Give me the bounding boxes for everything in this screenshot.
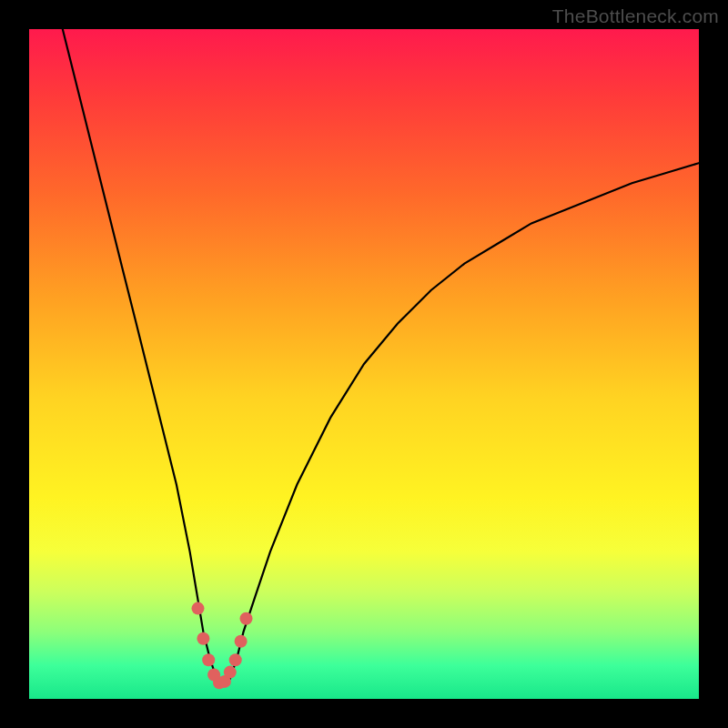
watermark-text: TheBottleneck.com bbox=[552, 5, 719, 27]
trough-dot bbox=[235, 635, 248, 648]
chart-frame: TheBottleneck.com bbox=[0, 0, 728, 728]
bottleneck-curve bbox=[63, 29, 699, 685]
trough-dot bbox=[197, 632, 209, 645]
trough-dot bbox=[240, 612, 253, 625]
trough-dot bbox=[224, 666, 237, 679]
bottleneck-curve-svg bbox=[29, 29, 699, 699]
trough-dot bbox=[229, 653, 242, 666]
trough-dot bbox=[202, 653, 215, 666]
gradient-plot-area bbox=[29, 29, 699, 699]
trough-dot bbox=[192, 602, 205, 615]
